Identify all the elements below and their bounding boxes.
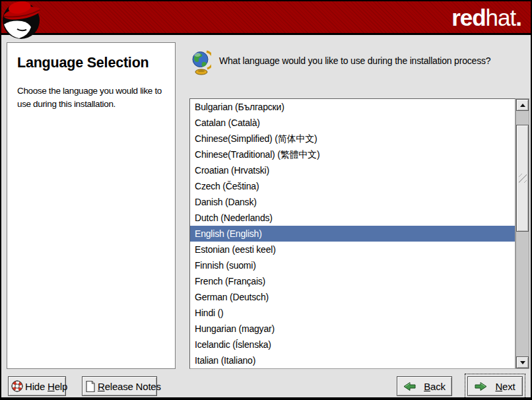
list-item[interactable]: German (Deutsch): [190, 289, 515, 305]
help-text: Choose the language you would like to us…: [17, 84, 172, 110]
help-panel: Language Selection Choose the language y…: [7, 42, 176, 369]
scrollbar-thumb[interactable]: [516, 125, 529, 232]
list-item[interactable]: Bulgarian (Български): [190, 99, 515, 115]
back-label: Back: [424, 381, 446, 392]
wordmark-bold: red: [451, 5, 485, 30]
installer-window: redhat. Language Selection Choose the la…: [0, 0, 532, 400]
next-arrow-icon: [475, 382, 487, 391]
page-title: Language Selection: [17, 55, 168, 71]
arrow-down-icon: [520, 361, 525, 364]
list-item[interactable]: Danish (Dansk): [190, 194, 515, 210]
scroll-up-button[interactable]: [516, 99, 529, 111]
list-item[interactable]: Italian (Italiano): [190, 352, 515, 368]
list-item[interactable]: Hindi (): [190, 305, 515, 321]
release-notes-label: Release Notes: [98, 381, 161, 392]
next-label: Next: [495, 381, 515, 392]
language-list[interactable]: Bulgarian (Български)Catalan (Català)Chi…: [189, 98, 515, 369]
list-item[interactable]: Croatian (Hrvatski): [190, 162, 515, 178]
list-item[interactable]: Chinese(Traditional) (繁體中文): [190, 147, 515, 162]
next-button[interactable]: Next: [467, 376, 523, 396]
list-item[interactable]: Estonian (eesti keel): [190, 242, 515, 257]
release-notes-button[interactable]: Release Notes: [82, 376, 157, 396]
list-item[interactable]: Hungarian (magyar): [190, 321, 515, 337]
hide-help-label: Hide Help: [25, 381, 67, 392]
redhat-shadowman-icon: [1, 1, 53, 42]
document-icon: [85, 380, 96, 393]
back-arrow-icon: [403, 382, 416, 391]
wordmark-regular: hat: [486, 5, 516, 30]
globe-icon: [191, 48, 211, 75]
list-item[interactable]: Chinese(Simplified) (简体中文): [190, 131, 515, 147]
lifebuoy-icon: [11, 380, 23, 392]
list-item[interactable]: Dutch (Nederlands): [190, 210, 515, 226]
hide-help-button[interactable]: Hide Help: [8, 376, 66, 396]
scroll-down-button[interactable]: [516, 356, 529, 368]
top-banner: redhat.: [1, 1, 531, 35]
arrow-up-icon: [520, 104, 525, 107]
list-item[interactable]: Catalan (Català): [190, 115, 515, 131]
back-button[interactable]: Back: [397, 376, 452, 396]
wordmark-dot: .: [515, 5, 521, 30]
scrollbar-grip-icon: [519, 174, 527, 183]
redhat-wordmark: redhat.: [451, 5, 521, 30]
list-item[interactable]: English (English): [190, 226, 515, 242]
list-item[interactable]: Czech (Čeština): [190, 178, 515, 194]
question-text: What language would you like to use duri…: [219, 55, 513, 67]
language-list-scrollbar[interactable]: [515, 98, 529, 369]
list-item[interactable]: Icelandic (Íslenska): [190, 337, 515, 352]
list-item[interactable]: Finnish (suomi): [190, 257, 515, 273]
list-item[interactable]: French (Français): [190, 273, 515, 289]
